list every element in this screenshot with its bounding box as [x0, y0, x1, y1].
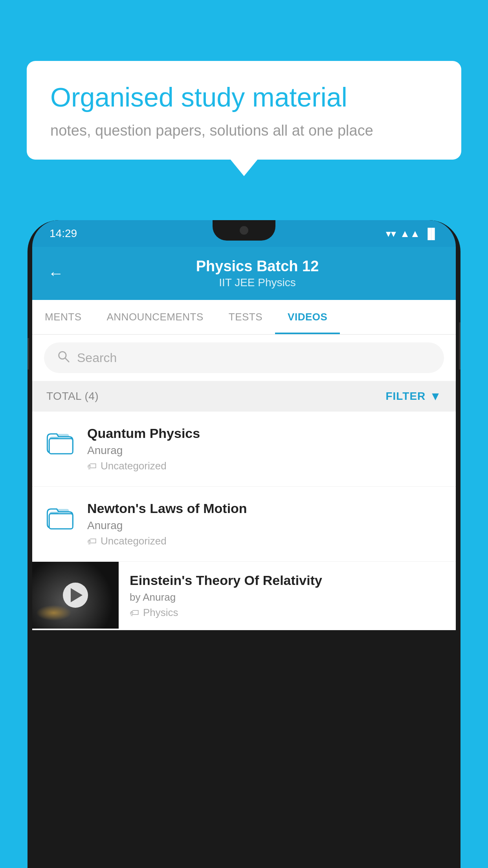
tag-label: Uncategorized — [101, 535, 167, 547]
volume-button — [28, 338, 29, 370]
item-author: Anurag — [87, 519, 442, 532]
back-button[interactable]: ← — [48, 265, 64, 282]
filter-button[interactable]: FILTER ▼ — [385, 390, 442, 403]
power-button — [459, 322, 460, 370]
item-tag: 🏷 Physics — [130, 607, 445, 619]
search-icon — [57, 349, 70, 366]
list-item[interactable]: Quantum Physics Anurag 🏷 Uncategorized — [32, 412, 456, 487]
filter-label: FILTER — [385, 390, 426, 403]
tag-icon: 🏷 — [130, 607, 139, 618]
header-center: Physics Batch 12 IIT JEE Physics — [75, 258, 440, 289]
status-time: 14:29 — [50, 227, 77, 240]
search-bar-container: Search — [32, 335, 456, 381]
folder-icon — [46, 427, 75, 457]
battery-icon: ▐▌ — [424, 228, 438, 240]
tab-ments[interactable]: MENTS — [32, 300, 94, 334]
play-icon — [71, 588, 83, 602]
camera — [240, 226, 248, 235]
list-item-content: Quantum Physics Anurag 🏷 Uncategorized — [87, 426, 442, 472]
item-tag: 🏷 Uncategorized — [87, 535, 442, 547]
content-list: Quantum Physics Anurag 🏷 Uncategorized — [32, 412, 456, 630]
status-bar: 14:29 ▾▾ ▲▲ ▐▌ — [32, 220, 456, 247]
bubble-subtitle: notes, question papers, solutions all at… — [50, 122, 438, 139]
item-title: Newton's Laws of Motion — [87, 501, 442, 516]
svg-line-1 — [65, 358, 69, 362]
speech-bubble: Organised study material notes, question… — [27, 61, 461, 160]
play-button[interactable] — [63, 583, 88, 608]
status-icons: ▾▾ ▲▲ ▐▌ — [386, 228, 438, 240]
video-thumbnail — [32, 562, 119, 629]
item-title: Quantum Physics — [87, 426, 442, 441]
tab-tests[interactable]: TESTS — [216, 300, 275, 334]
header-subtitle: IIT JEE Physics — [75, 276, 440, 289]
speech-bubble-section: Organised study material notes, question… — [27, 61, 461, 160]
list-item-video[interactable]: Einstein's Theory Of Relativity by Anura… — [32, 562, 456, 630]
phone-screen: 14:29 ▾▾ ▲▲ ▐▌ ← Physics Batch 12 IIT JE… — [32, 220, 456, 868]
total-count: TOTAL (4) — [46, 390, 99, 403]
search-input[interactable]: Search — [77, 351, 117, 365]
thumbnail-glow — [36, 605, 72, 621]
tab-videos[interactable]: VIDEOS — [275, 300, 340, 334]
item-tag: 🏷 Uncategorized — [87, 460, 442, 472]
tag-label: Physics — [143, 607, 178, 619]
search-bar[interactable]: Search — [44, 342, 444, 373]
tab-bar: MENTS ANNOUNCEMENTS TESTS VIDEOS — [32, 300, 456, 335]
tag-label: Uncategorized — [101, 460, 167, 472]
header-title: Physics Batch 12 — [75, 258, 440, 275]
filter-bar: TOTAL (4) FILTER ▼ — [32, 381, 456, 412]
list-item-content: Newton's Laws of Motion Anurag 🏷 Uncateg… — [87, 501, 442, 547]
list-item[interactable]: Newton's Laws of Motion Anurag 🏷 Uncateg… — [32, 487, 456, 562]
tab-announcements[interactable]: ANNOUNCEMENTS — [94, 300, 216, 334]
svg-rect-3 — [49, 439, 73, 454]
item-author: Anurag — [87, 444, 442, 457]
header-subtitle-part1: IIT JEE — [219, 276, 255, 289]
phone-frame: 14:29 ▾▾ ▲▲ ▐▌ ← Physics Batch 12 IIT JE… — [28, 220, 460, 868]
item-title: Einstein's Theory Of Relativity — [130, 573, 445, 588]
header-subtitle-part2: Physics — [258, 276, 295, 289]
filter-icon: ▼ — [429, 390, 442, 403]
tag-icon: 🏷 — [87, 461, 97, 472]
bubble-title: Organised study material — [50, 81, 438, 114]
wifi-icon: ▾▾ — [386, 228, 396, 240]
svg-rect-5 — [49, 514, 73, 529]
signal-icon: ▲▲ — [400, 228, 420, 240]
item-by: by Anurag — [130, 591, 445, 603]
list-item-content: Einstein's Theory Of Relativity by Anura… — [119, 562, 456, 630]
notch — [213, 220, 275, 241]
app-header: ← Physics Batch 12 IIT JEE Physics — [32, 247, 456, 300]
tag-icon: 🏷 — [87, 536, 97, 547]
folder-icon — [46, 502, 75, 532]
